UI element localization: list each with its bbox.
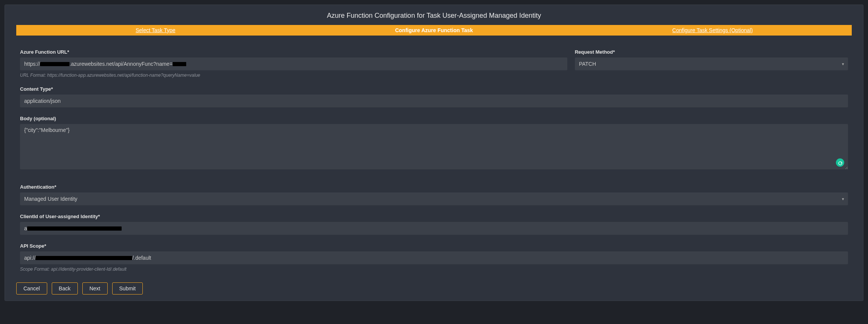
url-hint: URL Format: https://function-app.azurewe… bbox=[20, 73, 567, 78]
clientid-input[interactable] bbox=[20, 222, 848, 235]
form-area: Azure Function URL* https://.azurewebsit… bbox=[5, 46, 863, 272]
auth-label: Authentication* bbox=[20, 184, 848, 190]
step-select-task-type[interactable]: Select Task Type bbox=[16, 25, 295, 36]
url-label: Azure Function URL* bbox=[20, 49, 567, 55]
cancel-button[interactable]: Cancel bbox=[16, 282, 47, 295]
body-textarea[interactable] bbox=[20, 124, 848, 169]
authentication-select[interactable]: Managed User Identity bbox=[20, 192, 848, 205]
config-panel: Azure Function Configuration for Task Us… bbox=[5, 5, 863, 301]
scope-hint: Scope Format: api://identity-provider-cl… bbox=[20, 267, 848, 272]
content-type-label: Content Type* bbox=[20, 86, 848, 92]
scope-label: API Scope* bbox=[20, 243, 848, 249]
step-configure-azure-function[interactable]: Configure Azure Function Task bbox=[295, 25, 573, 36]
request-method-select[interactable]: PATCH bbox=[575, 57, 848, 70]
body-label: Body (optional) bbox=[20, 116, 848, 121]
page-title: Azure Function Configuration for Task Us… bbox=[5, 5, 863, 25]
wizard-steps: Select Task Type Configure Azure Functio… bbox=[16, 25, 852, 36]
button-row: Cancel Back Next Submit bbox=[5, 272, 863, 295]
next-button[interactable]: Next bbox=[82, 282, 108, 295]
clientid-label: ClientId of User-assigned Identity* bbox=[20, 214, 848, 219]
azure-function-url-input[interactable] bbox=[20, 57, 567, 70]
method-label: Request Method* bbox=[575, 49, 848, 55]
submit-button[interactable]: Submit bbox=[112, 282, 143, 295]
back-button[interactable]: Back bbox=[52, 282, 78, 295]
step-configure-task-settings[interactable]: Configure Task Settings (Optional) bbox=[573, 25, 852, 36]
api-scope-input[interactable] bbox=[20, 251, 848, 264]
content-type-input[interactable] bbox=[20, 95, 848, 107]
